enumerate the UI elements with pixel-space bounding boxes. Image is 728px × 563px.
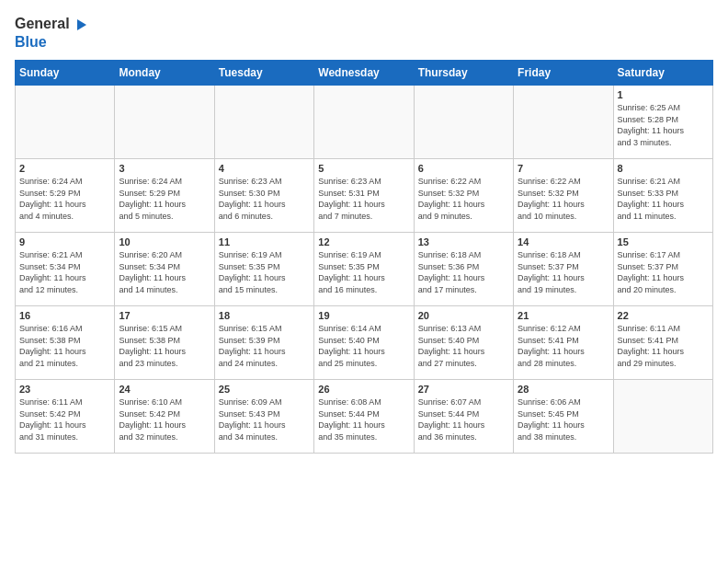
calendar-cell: 8Sunrise: 6:21 AM Sunset: 5:33 PM Daylig… — [613, 158, 712, 232]
calendar-cell: 10Sunrise: 6:20 AM Sunset: 5:34 PM Dayli… — [115, 232, 214, 305]
day-number: 27 — [418, 384, 509, 395]
day-number: 19 — [318, 310, 409, 321]
calendar-cell: 15Sunrise: 6:17 AM Sunset: 5:37 PM Dayli… — [613, 232, 712, 305]
day-number: 11 — [219, 236, 310, 247]
day-number: 8 — [618, 163, 709, 174]
calendar-cell: 22Sunrise: 6:11 AM Sunset: 5:41 PM Dayli… — [613, 305, 712, 379]
svg-marker-0 — [77, 19, 86, 30]
day-number: 6 — [418, 163, 509, 174]
day-number: 17 — [119, 310, 210, 321]
day-number: 3 — [119, 163, 210, 174]
day-info: Sunrise: 6:10 AM Sunset: 5:42 PM Dayligh… — [119, 396, 210, 442]
day-number: 24 — [119, 384, 210, 395]
day-info: Sunrise: 6:14 AM Sunset: 5:40 PM Dayligh… — [318, 323, 409, 369]
calendar-header-row: SundayMondayTuesdayWednesdayThursdayFrid… — [16, 60, 713, 85]
day-info: Sunrise: 6:21 AM Sunset: 5:33 PM Dayligh… — [618, 176, 709, 222]
logo: General Blue — [15, 15, 88, 51]
calendar-week-row: 9Sunrise: 6:21 AM Sunset: 5:34 PM Daylig… — [16, 232, 713, 305]
day-number: 14 — [518, 236, 609, 247]
day-number: 16 — [19, 310, 110, 321]
calendar-cell: 20Sunrise: 6:13 AM Sunset: 5:40 PM Dayli… — [414, 305, 513, 379]
day-info: Sunrise: 6:12 AM Sunset: 5:41 PM Dayligh… — [518, 323, 609, 369]
day-info: Sunrise: 6:19 AM Sunset: 5:35 PM Dayligh… — [219, 249, 310, 295]
calendar-week-row: 16Sunrise: 6:16 AM Sunset: 5:38 PM Dayli… — [16, 305, 713, 379]
day-info: Sunrise: 6:18 AM Sunset: 5:36 PM Dayligh… — [418, 249, 509, 295]
day-info: Sunrise: 6:07 AM Sunset: 5:44 PM Dayligh… — [418, 396, 509, 442]
day-info: Sunrise: 6:15 AM Sunset: 5:38 PM Dayligh… — [119, 323, 210, 369]
calendar-cell: 21Sunrise: 6:12 AM Sunset: 5:41 PM Dayli… — [514, 305, 613, 379]
calendar-cell: 9Sunrise: 6:21 AM Sunset: 5:34 PM Daylig… — [16, 232, 115, 305]
day-info: Sunrise: 6:22 AM Sunset: 5:32 PM Dayligh… — [518, 176, 609, 222]
calendar-table: SundayMondayTuesdayWednesdayThursdayFrid… — [15, 60, 713, 454]
calendar-week-row: 23Sunrise: 6:11 AM Sunset: 5:42 PM Dayli… — [16, 379, 713, 453]
calendar-cell: 13Sunrise: 6:18 AM Sunset: 5:36 PM Dayli… — [414, 232, 513, 305]
calendar-cell: 11Sunrise: 6:19 AM Sunset: 5:35 PM Dayli… — [214, 232, 313, 305]
calendar-cell: 5Sunrise: 6:23 AM Sunset: 5:31 PM Daylig… — [314, 158, 414, 232]
day-header-monday: Monday — [115, 60, 214, 85]
day-header-friday: Friday — [514, 60, 613, 85]
day-number: 25 — [219, 384, 310, 395]
day-info: Sunrise: 6:22 AM Sunset: 5:32 PM Dayligh… — [418, 176, 509, 222]
calendar-cell — [115, 85, 214, 158]
day-info: Sunrise: 6:11 AM Sunset: 5:41 PM Dayligh… — [618, 323, 709, 369]
day-number: 23 — [19, 384, 110, 395]
calendar-cell: 18Sunrise: 6:15 AM Sunset: 5:39 PM Dayli… — [214, 305, 313, 379]
day-info: Sunrise: 6:19 AM Sunset: 5:35 PM Dayligh… — [318, 249, 409, 295]
calendar-cell: 26Sunrise: 6:08 AM Sunset: 5:44 PM Dayli… — [314, 379, 414, 453]
logo-arrow-icon — [72, 17, 88, 33]
day-header-tuesday: Tuesday — [214, 60, 313, 85]
day-info: Sunrise: 6:13 AM Sunset: 5:40 PM Dayligh… — [418, 323, 509, 369]
calendar-cell: 14Sunrise: 6:18 AM Sunset: 5:37 PM Dayli… — [514, 232, 613, 305]
calendar-cell: 1Sunrise: 6:25 AM Sunset: 5:28 PM Daylig… — [613, 85, 712, 158]
day-header-saturday: Saturday — [613, 60, 712, 85]
logo-text: General Blue — [15, 15, 88, 51]
day-header-wednesday: Wednesday — [314, 60, 414, 85]
calendar-cell: 23Sunrise: 6:11 AM Sunset: 5:42 PM Dayli… — [16, 379, 115, 453]
calendar-cell — [613, 379, 712, 453]
day-number: 13 — [418, 236, 509, 247]
calendar-cell: 25Sunrise: 6:09 AM Sunset: 5:43 PM Dayli… — [214, 379, 313, 453]
calendar-cell: 28Sunrise: 6:06 AM Sunset: 5:45 PM Dayli… — [514, 379, 613, 453]
day-info: Sunrise: 6:06 AM Sunset: 5:45 PM Dayligh… — [518, 396, 609, 442]
day-header-sunday: Sunday — [16, 60, 115, 85]
day-info: Sunrise: 6:20 AM Sunset: 5:34 PM Dayligh… — [119, 249, 210, 295]
calendar-cell: 17Sunrise: 6:15 AM Sunset: 5:38 PM Dayli… — [115, 305, 214, 379]
day-number: 20 — [418, 310, 509, 321]
day-number: 18 — [219, 310, 310, 321]
day-info: Sunrise: 6:23 AM Sunset: 5:31 PM Dayligh… — [318, 176, 409, 222]
day-number: 4 — [219, 163, 310, 174]
day-info: Sunrise: 6:24 AM Sunset: 5:29 PM Dayligh… — [119, 176, 210, 222]
day-number: 10 — [119, 236, 210, 247]
calendar-cell — [214, 85, 313, 158]
calendar-cell: 24Sunrise: 6:10 AM Sunset: 5:42 PM Dayli… — [115, 379, 214, 453]
day-info: Sunrise: 6:09 AM Sunset: 5:43 PM Dayligh… — [219, 396, 310, 442]
day-info: Sunrise: 6:17 AM Sunset: 5:37 PM Dayligh… — [618, 249, 709, 295]
day-info: Sunrise: 6:16 AM Sunset: 5:38 PM Dayligh… — [19, 323, 110, 369]
day-number: 7 — [518, 163, 609, 174]
day-info: Sunrise: 6:11 AM Sunset: 5:42 PM Dayligh… — [19, 396, 110, 442]
page-header: General Blue — [15, 15, 713, 51]
day-info: Sunrise: 6:23 AM Sunset: 5:30 PM Dayligh… — [219, 176, 310, 222]
day-info: Sunrise: 6:15 AM Sunset: 5:39 PM Dayligh… — [219, 323, 310, 369]
day-number: 9 — [19, 236, 110, 247]
day-number: 1 — [618, 89, 709, 100]
day-info: Sunrise: 6:18 AM Sunset: 5:37 PM Dayligh… — [518, 249, 609, 295]
calendar-cell: 27Sunrise: 6:07 AM Sunset: 5:44 PM Dayli… — [414, 379, 513, 453]
calendar-cell: 12Sunrise: 6:19 AM Sunset: 5:35 PM Dayli… — [314, 232, 414, 305]
day-info: Sunrise: 6:21 AM Sunset: 5:34 PM Dayligh… — [19, 249, 110, 295]
day-info: Sunrise: 6:08 AM Sunset: 5:44 PM Dayligh… — [318, 396, 409, 442]
calendar-cell — [414, 85, 513, 158]
calendar-cell — [16, 85, 115, 158]
day-number: 28 — [518, 384, 609, 395]
day-number: 15 — [618, 236, 709, 247]
calendar-week-row: 1Sunrise: 6:25 AM Sunset: 5:28 PM Daylig… — [16, 85, 713, 158]
calendar-cell: 16Sunrise: 6:16 AM Sunset: 5:38 PM Dayli… — [16, 305, 115, 379]
day-number: 12 — [318, 236, 409, 247]
day-number: 22 — [618, 310, 709, 321]
calendar-cell: 6Sunrise: 6:22 AM Sunset: 5:32 PM Daylig… — [414, 158, 513, 232]
calendar-cell: 2Sunrise: 6:24 AM Sunset: 5:29 PM Daylig… — [16, 158, 115, 232]
day-number: 26 — [318, 384, 409, 395]
day-info: Sunrise: 6:25 AM Sunset: 5:28 PM Dayligh… — [618, 102, 709, 148]
day-number: 2 — [19, 163, 110, 174]
day-number: 5 — [318, 163, 409, 174]
